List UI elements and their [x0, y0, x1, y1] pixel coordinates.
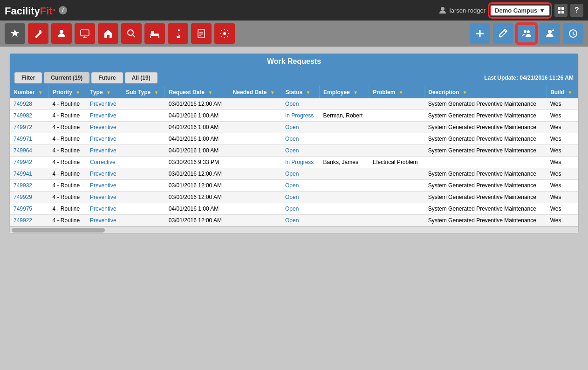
document-tool-btn[interactable] — [191, 23, 212, 44]
cell-needed-date — [229, 192, 281, 203]
col-number[interactable]: Number ▼ — [10, 86, 48, 98]
cell-subtype — [122, 215, 165, 226]
star-toggle-btn[interactable] — [5, 23, 25, 44]
clock-action-btn[interactable] — [563, 23, 583, 44]
cell-number[interactable]: 749972 — [10, 122, 48, 133]
view-people-action-btn[interactable] — [516, 23, 537, 44]
col-type[interactable]: Type ▼ — [86, 86, 122, 98]
cell-number[interactable]: 749942 — [10, 157, 48, 168]
col-status[interactable]: Status ▼ — [281, 86, 320, 98]
table-row[interactable]: 749982 4 - Routine Preventive 04/01/2016… — [10, 110, 578, 122]
cell-number[interactable]: 749929 — [10, 192, 48, 203]
svg-point-16 — [178, 29, 180, 31]
work-order-link[interactable]: 749928 — [14, 101, 32, 107]
type-link[interactable]: Preventive — [90, 136, 116, 142]
wheelchair-tool-btn[interactable] — [168, 23, 188, 44]
monitor-tool-btn[interactable] — [75, 23, 95, 44]
future-tab[interactable]: Future — [91, 72, 123, 83]
cell-number[interactable]: 749964 — [10, 145, 48, 157]
work-order-link[interactable]: 749932 — [14, 182, 32, 189]
type-link[interactable]: Preventive — [90, 206, 116, 212]
work-requests-panel: Work Requests Filter Current (19) Future… — [9, 53, 579, 233]
table-row[interactable]: 749928 4 - Routine Preventive 03/01/2016… — [10, 98, 578, 110]
cell-status: In Progress — [281, 157, 320, 168]
scroll-thumb[interactable] — [12, 228, 105, 233]
work-order-link[interactable]: 749972 — [14, 124, 32, 130]
type-link[interactable]: Preventive — [90, 171, 116, 177]
type-link[interactable]: Preventive — [90, 194, 116, 200]
col-building[interactable]: Build ▼ — [547, 86, 578, 98]
cell-description: System Generated Preventive Maintenance — [424, 122, 547, 133]
sort-icon-description: ▼ — [463, 90, 467, 95]
cell-number[interactable]: 749982 — [10, 110, 48, 122]
svg-rect-12 — [150, 34, 159, 36]
cell-number[interactable]: 749941 — [10, 168, 48, 180]
cell-priority: 4 - Routine — [48, 180, 86, 192]
work-order-link[interactable]: 749982 — [14, 112, 32, 119]
cell-number[interactable]: 749928 — [10, 98, 48, 110]
col-request-date[interactable]: Request Date ▼ — [165, 86, 229, 98]
type-link[interactable]: Preventive — [90, 147, 116, 154]
bed-tool-btn[interactable] — [144, 23, 165, 44]
work-order-link[interactable]: 749922 — [14, 217, 32, 224]
work-order-link[interactable]: 749929 — [14, 194, 32, 200]
table-row[interactable]: 749941 4 - Routine Preventive 03/01/2016… — [10, 168, 578, 180]
sort-icon-request-date: ▼ — [208, 90, 212, 95]
work-order-link[interactable]: 749975 — [14, 206, 32, 212]
col-description[interactable]: Description ▼ — [424, 86, 547, 98]
work-order-link[interactable]: 749941 — [14, 171, 32, 177]
table-row[interactable]: 749964 4 - Routine Preventive 04/01/2016… — [10, 145, 578, 157]
table-row[interactable]: 749942 4 - Routine Corrective 03/30/2016… — [10, 157, 578, 168]
type-link[interactable]: Corrective — [90, 159, 116, 165]
all-tab[interactable]: All (19) — [125, 72, 157, 83]
type-link[interactable]: Preventive — [90, 182, 116, 189]
table-row[interactable]: 749975 4 - Routine Preventive 04/01/2016… — [10, 203, 578, 215]
search-tool-btn[interactable] — [121, 23, 142, 44]
col-needed-date[interactable]: Needed Date ▼ — [229, 86, 281, 98]
cell-number[interactable]: 749975 — [10, 203, 48, 215]
type-link[interactable]: Preventive — [90, 217, 116, 224]
cell-number[interactable]: 749932 — [10, 180, 48, 192]
table-container[interactable]: Number ▼ Priority ▼ Type ▼ Sub Type ▼ Re… — [10, 86, 578, 226]
settings-tool-btn[interactable] — [214, 23, 235, 44]
edit-action-btn[interactable] — [493, 23, 513, 44]
work-order-link[interactable]: 749971 — [14, 136, 32, 142]
add-action-btn[interactable] — [470, 23, 490, 44]
table-row[interactable]: 749922 4 - Routine Preventive 03/01/2016… — [10, 215, 578, 226]
table-row[interactable]: 749971 4 - Routine Preventive 04/01/2016… — [10, 133, 578, 145]
sort-icon-number: ▼ — [38, 90, 43, 95]
type-link[interactable]: Preventive — [90, 112, 116, 119]
info-icon[interactable]: i — [59, 6, 67, 14]
table-row[interactable]: 749929 4 - Routine Preventive 03/01/2016… — [10, 192, 578, 203]
contacts-icon-btn[interactable] — [554, 4, 567, 17]
cell-building: Wes — [547, 122, 578, 133]
type-link[interactable]: Preventive — [90, 101, 116, 107]
help-icon-btn[interactable]: ? — [570, 4, 583, 17]
work-order-link[interactable]: 749964 — [14, 147, 32, 154]
col-problem[interactable]: Problem ▼ — [369, 86, 424, 98]
filter-tab[interactable]: Filter — [14, 72, 42, 83]
type-link[interactable]: Preventive — [90, 124, 116, 130]
cell-number[interactable]: 749922 — [10, 215, 48, 226]
header-icon-group: ? — [554, 4, 583, 17]
cell-number[interactable]: 749971 — [10, 133, 48, 145]
horizontal-scrollbar[interactable] — [10, 226, 578, 233]
wrench-tool-btn[interactable] — [28, 23, 48, 44]
svg-point-27 — [527, 30, 530, 33]
person-tool-btn[interactable] — [51, 23, 72, 44]
work-order-link[interactable]: 749942 — [14, 159, 32, 165]
current-tab[interactable]: Current (19) — [44, 72, 89, 83]
users-action-btn[interactable] — [540, 23, 560, 44]
col-employee[interactable]: Employee ▼ — [320, 86, 369, 98]
col-priority[interactable]: Priority ▼ — [48, 86, 86, 98]
cell-status: In Progress — [281, 110, 320, 122]
table-row[interactable]: 749932 4 - Routine Preventive 03/01/2016… — [10, 180, 578, 192]
cell-request-date: 04/01/2016 1:00 AM — [165, 122, 229, 133]
cell-building: Wes — [547, 215, 578, 226]
cell-request-date: 04/01/2016 1:00 AM — [165, 145, 229, 157]
col-subtype[interactable]: Sub Type ▼ — [122, 86, 165, 98]
table-row[interactable]: 749972 4 - Routine Preventive 04/01/2016… — [10, 122, 578, 133]
home-tool-btn[interactable] — [98, 23, 118, 44]
campus-selector[interactable]: Demo Campus ▼ — [490, 5, 550, 16]
cell-status: Open — [281, 180, 320, 192]
